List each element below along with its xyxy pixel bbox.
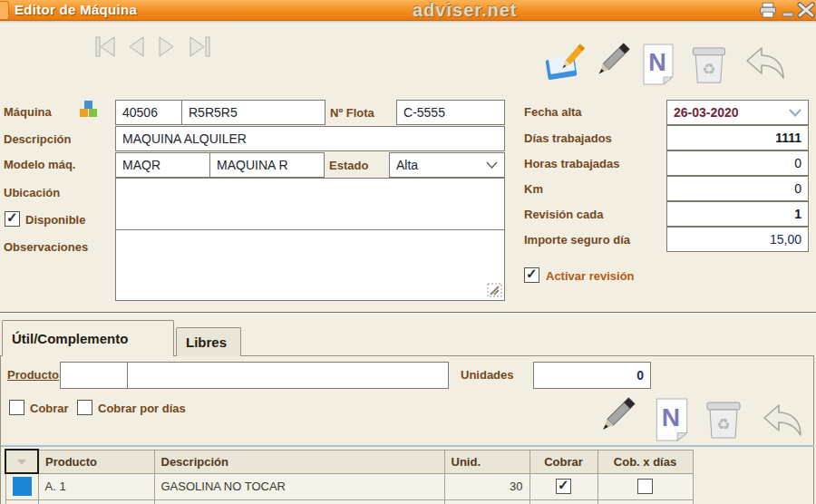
undo-glyph [740,45,789,85]
activar-revision-checkbox[interactable] [524,267,539,283]
cell-cobrar[interactable] [529,473,597,499]
close-icon[interactable] [796,1,816,19]
undo-icon[interactable] [756,402,807,446]
flota-label: Nº Flota [330,106,374,120]
col-header-descripcion[interactable]: Descripción [154,450,444,473]
modelo-name-field[interactable]: MAQUINA R [209,152,325,178]
cell-producto[interactable]: A. 1 [38,473,154,499]
col-header-producto[interactable]: Producto [38,450,154,473]
cell-cob-x-dias[interactable] [597,473,693,499]
delete-glyph: ♻ [689,45,729,86]
maquina-label: Máquina [4,105,52,119]
delete-icon[interactable]: ♻ [704,400,743,445]
col-header-cobrar[interactable]: Cobrar [529,450,597,473]
cob-x-dias-cell-checkbox[interactable] [637,479,653,494]
estado-select[interactable]: Alta [389,152,505,178]
machine-blocks-glyph [79,99,99,119]
previous-record-icon[interactable] [125,34,147,63]
new-record-icon[interactable]: N [653,397,691,446]
modelo-label: Modelo máq. [4,158,75,171]
pencil-icon[interactable] [589,42,633,89]
disponible-label: Disponible [25,213,85,227]
close-icon-glyph [797,1,815,19]
observaciones-label: Observaciones [4,240,88,254]
new-record-glyph: N [639,43,677,86]
tab-util-complemento[interactable]: Útil/Complemento [2,320,174,356]
ubicacion-label: Ubicación [4,186,60,199]
tab-libres[interactable]: Libres [176,327,241,356]
producto-desc-field[interactable] [127,362,449,389]
dias-trabajados-field[interactable]: 1111 [666,125,809,150]
cobrar-dias-checkbox[interactable] [77,400,92,415]
row-selector-cell[interactable] [5,473,38,499]
titlebar-grip [0,1,9,20]
sort-arrow-icon [16,459,27,466]
observaciones-field[interactable] [115,229,505,301]
fecha-alta-label: Fecha alta [524,105,582,119]
fecha-alta-field[interactable]: 26-03-2020 [666,100,809,125]
minimize-icon[interactable] [778,1,798,19]
table-header-row: Producto Descripción Unid. Cobrar Cob. x… [5,450,693,473]
horas-trabajadas-label: Horas trabajadas [524,157,620,170]
new-record-icon[interactable]: N [639,43,677,90]
descripcion-field[interactable]: MAQUINA ALQUILER [115,126,505,151]
km-label: Km [524,182,543,196]
chevron-down-icon [789,109,801,117]
last-record-icon[interactable] [187,34,214,63]
edit-note-icon[interactable] [544,42,588,89]
col-header-cob-x-dias[interactable]: Cob. x días [597,450,693,473]
modelo-code-field[interactable]: MAQR [115,152,210,178]
brand-logo: adviser.net [413,0,518,21]
delete-icon[interactable]: ♻ [689,45,729,90]
table-separator [1,445,814,447]
next-record-icon[interactable] [156,34,178,63]
titlebar: Editor de Máquina adviser.net [0,0,816,21]
machine-blocks-icon[interactable] [79,99,99,122]
maquina-code-field[interactable]: 40506 [115,100,182,125]
previous-record-glyph [125,34,147,59]
producto-link-label[interactable]: Producto [7,368,59,382]
first-record-glyph [92,34,118,59]
flota-field[interactable]: C-5555 [396,100,505,125]
unidades-field[interactable]: 0 [533,362,651,389]
estado-value: Alta [396,158,418,172]
cobrar-cell-checkbox[interactable] [556,479,571,494]
revision-cada-field[interactable]: 1 [666,201,809,227]
row-selector-header[interactable] [5,450,38,473]
table-row[interactable]: A. 1 GASOLINA NO TOCAR 30 [5,473,693,499]
print-icon-glyph [759,2,777,19]
col-header-unid[interactable]: Unid. [444,450,529,473]
cobrar-label: Cobrar [30,402,69,415]
cell-descripcion[interactable]: GASOLINA NO TOCAR [154,473,444,499]
tab-label: Útil/Complemento [12,331,128,346]
fecha-alta-value: 26-03-2020 [674,105,739,120]
window-title: Editor de Máquina [15,2,137,17]
cobrar-checkbox[interactable] [9,400,24,415]
last-record-glyph [187,34,214,59]
activar-revision-label: Activar revisión [546,269,635,283]
descripcion-label: Descripción [4,132,71,146]
cell-unid[interactable]: 30 [444,473,529,499]
importe-seguro-field[interactable]: 15,00 [666,227,809,252]
horas-trabajadas-field[interactable]: 0 [666,150,809,176]
km-field[interactable]: 0 [666,176,809,201]
pencil-glyph [593,395,638,442]
unidades-label: Unidades [461,368,514,382]
first-record-icon[interactable] [92,34,118,63]
pencil-glyph [589,42,633,85]
edit-note-glyph [544,42,588,85]
pencil-icon[interactable] [593,395,638,446]
disponible-checkbox[interactable] [5,211,20,227]
minimize-icon-glyph [781,2,795,18]
undo-icon[interactable] [740,45,789,89]
tab-label: Libres [186,334,227,350]
print-icon[interactable] [758,1,778,19]
ubicacion-field[interactable] [115,178,505,230]
producto-code-field[interactable] [60,362,128,389]
maquina-name-field[interactable]: R5R5R5 [181,100,325,125]
svg-text:N: N [648,49,666,76]
estado-label: Estado [329,159,368,172]
resize-grip-glyph [487,283,502,297]
delete-glyph: ♻ [704,400,743,441]
resize-grip-icon[interactable] [487,283,502,301]
